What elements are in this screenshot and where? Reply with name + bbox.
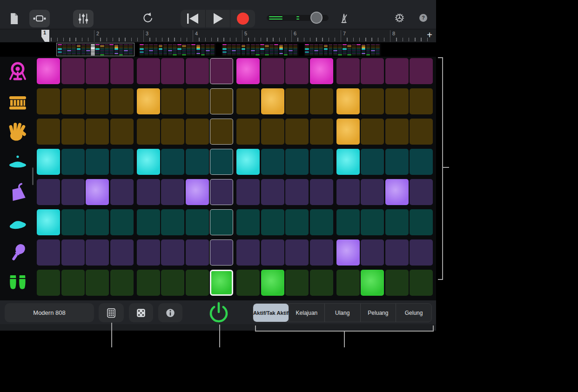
pad-congas-step-16[interactable] [410, 270, 433, 296]
pad-hand-clap-step-4[interactable] [110, 119, 134, 145]
hand-clap-icon[interactable] [7, 121, 29, 143]
pad-kick-drum-step-15[interactable] [385, 58, 409, 84]
pad-hi-hat-step-11[interactable] [285, 149, 309, 175]
pad-kick-drum-step-2[interactable] [61, 58, 85, 84]
pad-hand-clap-step-5[interactable] [137, 119, 160, 145]
pad-hi-hat-step-13-active[interactable] [336, 149, 360, 175]
pad-hi-hat-step-5-active[interactable] [137, 149, 160, 175]
pad-maracas-step-12[interactable] [310, 239, 333, 266]
pad-snare-drum-step-3[interactable] [86, 88, 109, 114]
pad-hi-hat-step-4[interactable] [110, 149, 134, 175]
cowbell-icon[interactable] [7, 181, 29, 204]
pad-cowbell-step-13[interactable] [336, 179, 360, 205]
pad-kick-drum-step-3[interactable] [86, 58, 109, 84]
pad-congas-step-7[interactable] [186, 270, 209, 296]
pad-maracas-step-7[interactable] [186, 239, 209, 266]
pad-kick-drum-step-12-active[interactable] [310, 58, 333, 84]
hi-hat-icon[interactable] [7, 151, 29, 173]
pad-kick-drum-step-9-active[interactable] [236, 58, 260, 84]
pad-ride-cymbal-step-16[interactable] [410, 209, 433, 235]
pad-snare-drum-step-11[interactable] [285, 88, 309, 114]
pad-congas-step-8-active[interactable] [210, 270, 233, 296]
row-scroll-indicator[interactable] [32, 167, 34, 185]
song-sections-button[interactable] [29, 10, 50, 27]
pad-congas-step-6[interactable] [161, 270, 184, 296]
pad-snare-drum-step-9[interactable] [236, 88, 260, 114]
pad-kick-drum-step-4[interactable] [110, 58, 134, 84]
pad-hand-clap-step-7[interactable] [186, 119, 209, 145]
pad-congas-step-15[interactable] [385, 270, 409, 296]
pad-maracas-step-10[interactable] [261, 239, 284, 266]
play-button[interactable] [205, 10, 230, 27]
pad-hand-clap-step-2[interactable] [61, 119, 85, 145]
pad-ride-cymbal-step-7[interactable] [186, 209, 209, 235]
maracas-icon[interactable] [7, 242, 29, 264]
pad-hand-clap-step-8[interactable] [210, 119, 233, 145]
tab-ulang[interactable]: Ulang [324, 304, 360, 322]
pad-maracas-step-2[interactable] [61, 239, 85, 266]
region-thumbnail[interactable] [222, 43, 299, 56]
pad-hand-clap-step-6[interactable] [161, 119, 184, 145]
pad-snare-drum-step-16[interactable] [410, 88, 433, 114]
pad-maracas-step-5[interactable] [137, 239, 160, 266]
pad-cowbell-step-8[interactable] [210, 179, 233, 205]
pad-hi-hat-step-3[interactable] [86, 149, 109, 175]
pad-ride-cymbal-step-14[interactable] [361, 209, 384, 235]
pad-snare-drum-step-8[interactable] [210, 88, 233, 114]
pad-cowbell-step-1[interactable] [37, 179, 60, 205]
pad-congas-step-4[interactable] [110, 270, 134, 296]
pad-maracas-step-11[interactable] [285, 239, 309, 266]
pad-cowbell-step-2[interactable] [61, 179, 85, 205]
pad-congas-step-10-active[interactable] [261, 270, 284, 296]
pad-kick-drum-step-5[interactable] [137, 58, 160, 84]
pad-hi-hat-step-12[interactable] [310, 149, 333, 175]
pad-snare-drum-step-4[interactable] [110, 88, 134, 114]
pad-hand-clap-step-11[interactable] [285, 119, 309, 145]
pad-snare-drum-step-10-active[interactable] [261, 88, 284, 114]
pad-ride-cymbal-step-9[interactable] [236, 209, 260, 235]
pad-ride-cymbal-step-5[interactable] [137, 209, 160, 235]
pad-snare-drum-step-15[interactable] [385, 88, 409, 114]
pad-maracas-step-13-active[interactable] [336, 239, 360, 266]
pad-cowbell-step-7-active[interactable] [186, 179, 209, 205]
pad-kick-drum-step-6[interactable] [161, 58, 184, 84]
tab-peluang[interactable]: Peluang [360, 304, 396, 322]
info-button[interactable] [158, 303, 182, 322]
pad-maracas-step-3[interactable] [86, 239, 109, 266]
pad-hi-hat-step-10[interactable] [261, 149, 284, 175]
pad-hi-hat-step-1-active[interactable] [37, 149, 60, 175]
region-thumbnail[interactable] [139, 43, 216, 56]
pad-snare-drum-step-13-active[interactable] [336, 88, 360, 114]
pad-snare-drum-step-14[interactable] [361, 88, 384, 114]
pad-hand-clap-step-3[interactable] [86, 119, 109, 145]
pad-congas-step-12[interactable] [310, 270, 333, 296]
pad-cowbell-step-9[interactable] [236, 179, 260, 205]
pad-maracas-step-6[interactable] [161, 239, 184, 266]
pad-ride-cymbal-step-15[interactable] [385, 209, 409, 235]
pad-hi-hat-step-16[interactable] [410, 149, 433, 175]
pad-hand-clap-step-14[interactable] [361, 119, 384, 145]
pad-hand-clap-step-10[interactable] [261, 119, 284, 145]
metronome-button[interactable] [336, 11, 351, 26]
pad-kick-drum-step-8[interactable] [210, 58, 233, 84]
pad-cowbell-step-3-active[interactable] [86, 179, 109, 205]
pad-snare-drum-step-2[interactable] [61, 88, 85, 114]
pad-snare-drum-step-7[interactable] [186, 88, 209, 114]
pad-hi-hat-step-2[interactable] [61, 149, 85, 175]
pad-hi-hat-step-15[interactable] [385, 149, 409, 175]
pad-congas-step-14-active[interactable] [361, 270, 384, 296]
pad-hand-clap-step-12[interactable] [310, 119, 333, 145]
pad-ride-cymbal-step-8[interactable] [210, 209, 233, 235]
pad-congas-step-13[interactable] [336, 270, 360, 296]
pads-view-button[interactable] [99, 303, 124, 322]
pad-ride-cymbal-step-11[interactable] [285, 209, 309, 235]
pad-congas-step-11[interactable] [285, 270, 309, 296]
pad-cowbell-step-12[interactable] [310, 179, 333, 205]
rewind-button[interactable] [181, 10, 205, 27]
pad-maracas-step-16[interactable] [410, 239, 433, 266]
help-button[interactable]: ? [417, 11, 430, 25]
pad-kick-drum-step-16[interactable] [410, 58, 433, 84]
pad-hi-hat-step-7[interactable] [186, 149, 209, 175]
pad-cowbell-step-16[interactable] [410, 179, 433, 205]
playhead-marker[interactable]: 1 [41, 30, 49, 42]
